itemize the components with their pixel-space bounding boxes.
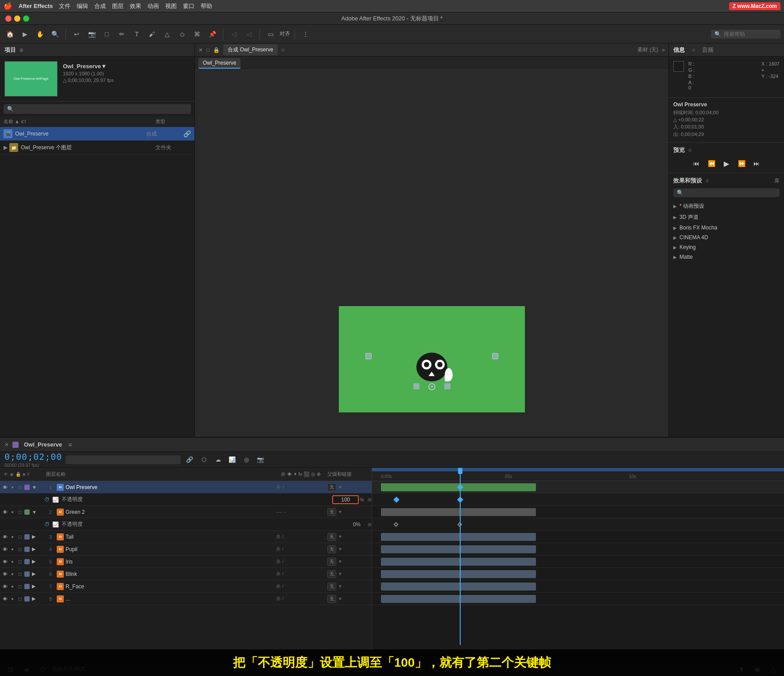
solo-icon-l7[interactable]: ●	[9, 583, 16, 590]
parent-val-6[interactable]: 无	[327, 570, 336, 578]
rect-tool[interactable]: □	[101, 28, 113, 40]
keyframe-stopwatch-icon-2[interactable]: ⏱	[44, 521, 50, 528]
menu-edit[interactable]: 编辑	[77, 2, 88, 10]
skip-to-start-button[interactable]: ⏮	[691, 158, 702, 169]
eye-icon-l7[interactable]: 👁	[2, 583, 8, 590]
lock-icon-l3[interactable]: ◻	[17, 534, 23, 540]
solo-icon-l3[interactable]: ●	[9, 534, 16, 540]
parent-val-7[interactable]: 无	[327, 583, 336, 591]
keyframe-opacity2-start[interactable]	[393, 522, 398, 527]
preview-menu-icon[interactable]: ≡	[688, 147, 691, 153]
menu-window[interactable]: 窗口	[183, 2, 194, 10]
fullscreen-button[interactable]	[23, 16, 29, 22]
switch-l8[interactable]: 弁 /	[276, 595, 283, 602]
switch-l2-2[interactable]: −	[283, 509, 286, 515]
parent-dropdown-3[interactable]: ▼	[338, 534, 342, 539]
lock-icon-l6[interactable]: ◻	[17, 571, 23, 577]
lock-icon-l7[interactable]: ◻	[17, 583, 23, 590]
effect-cat-matte[interactable]: ▶ Matte	[673, 252, 780, 262]
step-forward-button[interactable]: ⏩	[736, 158, 747, 169]
align-panel-btn[interactable]: 对齐	[279, 30, 290, 38]
eye-icon-l1[interactable]: 👁	[2, 484, 8, 490]
project-panel-menu-icon[interactable]: ≡	[19, 47, 23, 54]
puppet-tool[interactable]: ⌘	[191, 28, 203, 40]
tl-layer-8[interactable]: 👁 ● ◻ ▶ 8 Ai ... 弁 / 无 ▼	[0, 593, 372, 605]
expand-arrow-l4[interactable]: ▶	[32, 546, 35, 552]
parent-dropdown-5[interactable]: ▼	[338, 559, 342, 564]
parent-val-5[interactable]: 无	[327, 558, 336, 566]
tl-layer-6[interactable]: 👁 ● ◻ ▶ 6 Ai Blink 弁 / 无 ▼	[0, 568, 372, 580]
menu-help[interactable]: 帮助	[201, 2, 212, 10]
switch-l2-1[interactable]: −−	[276, 509, 282, 515]
timeline-menu-icon[interactable]: ≡	[68, 441, 72, 448]
apple-menu[interactable]: 🍎	[4, 2, 12, 10]
expand-arrow-l6[interactable]: ▶	[32, 571, 35, 577]
switch-2[interactable]: /	[283, 485, 284, 490]
project-search[interactable]: 🔍	[4, 104, 191, 114]
tl-layer-4[interactable]: 👁 ● ◻ ▶ 4 Ai Pupil 弁 / 无 ▼	[0, 543, 372, 556]
keyframe-stopwatch-icon[interactable]: ⏱	[44, 497, 50, 503]
lock-icon-l8[interactable]: ◻	[17, 596, 23, 602]
parent-dropdown-7[interactable]: ▼	[338, 584, 342, 589]
comp-tab-owl[interactable]: 合成 Owl_Preserve	[223, 44, 278, 55]
parent-val-3[interactable]: 无	[327, 533, 336, 541]
tl-layer-7[interactable]: 👁 ● ◻ ▶ 7 Ai R_Face 弁 / 无 ▼	[0, 580, 372, 593]
menu-effects[interactable]: 效果	[130, 2, 141, 10]
project-item-owl-folder[interactable]: ▶ 📁 Owl_Preserve 个图层 文件夹	[0, 141, 194, 155]
expand-arrow-l7[interactable]: ▶	[32, 583, 35, 589]
tl-motion-blur-icon[interactable]: ☁	[213, 455, 223, 465]
effect-cat-cinema4d[interactable]: ▶ CINEMA 4D	[673, 233, 780, 242]
parent-val-1[interactable]: 无	[327, 483, 336, 491]
menu-animation[interactable]: 动画	[147, 2, 159, 10]
parent-val-2[interactable]: 无	[327, 508, 336, 516]
lock-icon-l4[interactable]: ◻	[17, 546, 23, 552]
rect-shape[interactable]: ▭	[264, 28, 277, 40]
solo-icon-l1[interactable]: ●	[9, 484, 16, 490]
tl-graph-icon[interactable]: 📊	[227, 455, 237, 465]
rotate-tool[interactable]: ↩	[70, 28, 83, 40]
parent-dropdown-2[interactable]: ▼	[338, 509, 342, 514]
keyframe-opacity2-current[interactable]	[457, 522, 462, 527]
expand-arrow-l8[interactable]: ▶	[32, 596, 35, 602]
expand-icon[interactable]: »	[662, 47, 665, 53]
expand-arrow-l2[interactable]: ▼	[32, 509, 37, 515]
menu-file[interactable]: 文件	[59, 2, 70, 10]
effect-cat-3d[interactable]: ▶ 3D 声道	[673, 212, 780, 223]
tl-layer-1[interactable]: 👁 ● ◻ ▼ 1 Ai Owl Preserve 弁 / 无 ▼	[0, 481, 372, 493]
effects-menu-icon[interactable]: ≡	[706, 178, 709, 184]
switch-l3[interactable]: 弁 /	[276, 533, 283, 540]
zoom-tool[interactable]: 🔍	[49, 28, 61, 40]
pen-tool[interactable]: ✏	[116, 28, 128, 40]
solo-icon-l4[interactable]: ●	[9, 546, 16, 552]
project-item-owl-preserve[interactable]: 🎬 Owl_Preserve 合成 🔗	[0, 127, 194, 141]
timeline-search[interactable]	[66, 455, 181, 464]
menu-aftereffects[interactable]: After Effects	[19, 3, 53, 9]
step-back-button[interactable]: ⏪	[706, 158, 717, 169]
switch-l4[interactable]: 弁 /	[276, 546, 283, 552]
text-tool[interactable]: T	[131, 28, 143, 40]
eraser-tool[interactable]: ◇	[176, 28, 188, 40]
hand-tool[interactable]: ✋	[34, 28, 46, 40]
switch-l5[interactable]: 弁 /	[276, 558, 283, 565]
snapping-icon[interactable]: ⋮	[299, 28, 312, 40]
tl-3d-icon[interactable]: ⬡	[198, 455, 209, 465]
menu-view[interactable]: 视图	[165, 2, 177, 10]
project-search-input[interactable]	[16, 106, 187, 112]
effects-search[interactable]	[673, 188, 780, 197]
stamp-tool[interactable]: △	[161, 28, 173, 40]
help-search-input[interactable]	[724, 31, 777, 37]
tab-info[interactable]: 信息	[673, 46, 685, 54]
eye-icon-l5[interactable]: 👁	[2, 559, 8, 565]
lock-icon-l5[interactable]: ◻	[17, 559, 23, 565]
effect-cat-animation[interactable]: ▶ * 动画预设	[673, 201, 780, 212]
timeline-timecode[interactable]: 0;00;02;00	[4, 451, 62, 462]
help-search[interactable]: 🔍	[711, 30, 780, 39]
parent-dropdown-1[interactable]: ▼	[338, 485, 342, 490]
switch-1[interactable]: 弁	[276, 484, 281, 490]
solo-icon-l2[interactable]: ●	[9, 509, 16, 515]
skip-to-end-button[interactable]: ⏭	[751, 158, 762, 169]
menu-composition[interactable]: 合成	[94, 2, 106, 10]
tl-camera-icon[interactable]: 📷	[255, 455, 266, 465]
effect-cat-boris[interactable]: ▶ Boris FX Mocha	[673, 223, 780, 233]
close-tab-icon[interactable]: ✕	[198, 47, 203, 53]
